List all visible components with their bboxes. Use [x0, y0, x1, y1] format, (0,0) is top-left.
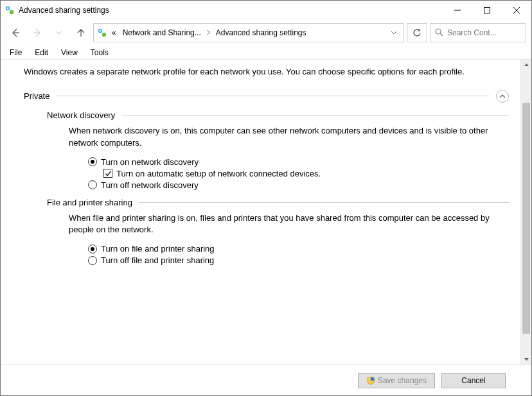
menu-view[interactable]: View [58, 47, 80, 58]
radio-label: Turn off network discovery [101, 180, 199, 190]
nav-toolbar: « Network and Sharing... Advanced sharin… [1, 20, 531, 46]
radio-label: Turn off file and printer sharing [101, 255, 214, 265]
address-bar[interactable]: « Network and Sharing... Advanced sharin… [93, 23, 404, 42]
cancel-button[interactable]: Cancel [441, 373, 506, 388]
svg-point-1 [10, 10, 13, 14]
radio-icon [88, 180, 97, 189]
file-printer-desc: When file and printer sharing is on, fil… [69, 212, 506, 237]
divider [139, 202, 509, 203]
minimize-button[interactable] [443, 1, 472, 20]
refresh-button[interactable] [407, 23, 427, 42]
search-input[interactable]: Search Cont... [430, 23, 526, 42]
radio-nd-off[interactable]: Turn off network discovery [88, 180, 509, 190]
window-controls [443, 1, 531, 20]
footer-buttons: Save changes Cancel [1, 365, 531, 395]
forward-button[interactable] [28, 23, 47, 42]
breadcrumb-item[interactable]: Advanced sharing settings [213, 24, 309, 42]
svg-point-10 [102, 33, 106, 37]
search-placeholder: Search Cont... [447, 28, 497, 37]
vertical-scrollbar[interactable] [520, 60, 531, 365]
scroll-up-button[interactable] [521, 60, 531, 71]
menu-bar: File Edit View Tools [1, 46, 531, 60]
svg-point-2 [7, 8, 9, 10]
up-button[interactable] [71, 23, 91, 42]
search-icon [434, 28, 443, 39]
maximize-button[interactable] [472, 1, 502, 20]
network-sharing-icon [96, 27, 108, 39]
network-discovery-options: Turn on network discovery Turn on automa… [88, 157, 509, 190]
subsection-label: File and printer sharing [47, 198, 132, 207]
address-dropdown[interactable] [387, 30, 401, 36]
back-button[interactable] [6, 23, 25, 42]
control-panel-window: Advanced sharing settings [0, 0, 532, 396]
content-area: Windows creates a separate network profi… [1, 60, 531, 365]
svg-rect-4 [484, 8, 490, 13]
radio-label: Turn on network discovery [101, 157, 199, 167]
scrollbar-track[interactable] [521, 71, 531, 354]
settings-content: Windows creates a separate network profi… [1, 60, 520, 365]
collapse-toggle[interactable] [496, 90, 509, 103]
file-printer-options: Turn on file and printer sharing Turn of… [88, 244, 509, 265]
radio-icon [88, 256, 97, 265]
subsection-file-printer-sharing: File and printer sharing [47, 198, 509, 207]
section-private: Private [24, 90, 509, 103]
breadcrumb-trunc[interactable]: « [109, 24, 119, 42]
titlebar: Advanced sharing settings [1, 1, 531, 20]
subsection-label: Network discovery [47, 110, 115, 120]
subsection-network-discovery: Network discovery [47, 110, 509, 120]
save-changes-button[interactable]: Save changes [358, 373, 435, 388]
recent-dropdown[interactable] [49, 23, 69, 42]
close-button[interactable] [502, 1, 531, 20]
radio-fp-off[interactable]: Turn off file and printer sharing [88, 255, 509, 265]
radio-icon [88, 157, 97, 166]
uac-shield-icon [366, 376, 375, 385]
divider [121, 115, 509, 116]
chevron-right-icon[interactable] [205, 30, 212, 37]
network-discovery-desc: When network discovery is on, this compu… [69, 125, 506, 150]
radio-label: Turn on file and printer sharing [101, 244, 215, 254]
scroll-down-button[interactable] [521, 354, 531, 365]
svg-line-13 [440, 33, 443, 36]
menu-tools[interactable]: Tools [88, 47, 111, 58]
button-label: Cancel [461, 376, 485, 385]
scrollbar-thumb[interactable] [522, 103, 530, 334]
menu-edit[interactable]: Edit [32, 47, 51, 58]
radio-nd-on[interactable]: Turn on network discovery [88, 157, 509, 167]
window-title: Advanced sharing settings [19, 6, 443, 15]
checkbox-nd-auto[interactable]: Turn on automatic setup of network conne… [103, 169, 509, 178]
checkbox-icon [103, 169, 112, 178]
radio-icon [88, 245, 97, 254]
button-label: Save changes [378, 376, 427, 385]
menu-file[interactable]: File [7, 47, 24, 58]
svg-point-11 [100, 30, 102, 32]
radio-fp-on[interactable]: Turn on file and printer sharing [88, 244, 509, 254]
intro-text: Windows creates a separate network profi… [24, 66, 499, 78]
breadcrumb-item[interactable]: Network and Sharing... [120, 24, 204, 42]
divider [56, 96, 490, 96]
section-label: Private [24, 91, 49, 101]
svg-point-12 [436, 29, 441, 34]
network-sharing-icon [4, 5, 15, 15]
checkbox-label: Turn on automatic setup of network conne… [116, 169, 321, 178]
